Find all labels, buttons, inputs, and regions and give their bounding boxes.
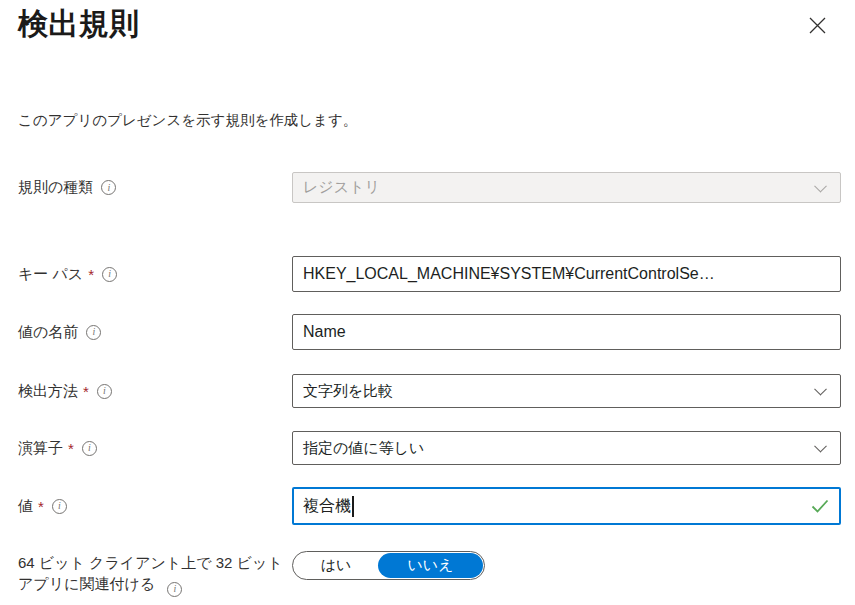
panel-description: このアプリのプレゼンスを示す規則を作成します。 — [18, 111, 357, 130]
operator-label-text: 演算子 — [18, 439, 63, 458]
value-info-icon[interactable]: i — [52, 499, 67, 514]
field-row-operator: 演算子 * i 指定の値に等しい — [18, 431, 841, 465]
key-path-input[interactable] — [292, 256, 841, 292]
value-name-label: 値の名前 i — [18, 323, 292, 342]
operator-info-icon[interactable]: i — [82, 441, 97, 456]
field-row-key-path: キー パス * i — [18, 256, 841, 292]
operator-select[interactable]: 指定の値に等しい — [292, 431, 841, 465]
required-marker: * — [88, 266, 94, 283]
rule-type-select: レジストリ — [292, 172, 841, 203]
toggle-option-yes[interactable]: はい — [293, 556, 379, 575]
required-marker: * — [68, 440, 74, 457]
value-input-text: 複合機 — [303, 496, 351, 517]
required-marker: * — [38, 498, 44, 515]
field-row-64bit-toggle: 64 ビット クライアント上で 32 ビット アプリに関連付ける i はい いい… — [18, 551, 841, 594]
value-label-text: 値 — [18, 497, 33, 516]
value-name-label-text: 値の名前 — [18, 323, 78, 342]
toggle-option-no[interactable]: いいえ — [378, 553, 483, 578]
valid-check-icon — [811, 499, 829, 513]
field-row-value-name: 値の名前 i — [18, 314, 841, 350]
detection-method-select[interactable]: 文字列を比較 — [292, 374, 841, 408]
page-title: 検出規則 — [18, 4, 140, 45]
key-path-label: キー パス * i — [18, 265, 292, 284]
field-row-rule-type: 規則の種類 i レジストリ — [18, 172, 841, 203]
key-path-info-icon[interactable]: i — [102, 267, 117, 282]
field-row-detection-method: 検出方法 * i 文字列を比較 — [18, 374, 841, 408]
rule-type-label-text: 規則の種類 — [18, 178, 93, 197]
64bit-toggle[interactable]: はい いいえ — [292, 551, 485, 580]
rule-type-info-icon[interactable]: i — [101, 180, 116, 195]
value-input[interactable]: 複合機 — [292, 487, 841, 525]
chevron-down-icon — [814, 179, 827, 192]
value-name-input[interactable] — [292, 314, 841, 350]
detection-method-info-icon[interactable]: i — [97, 384, 112, 399]
close-icon — [808, 16, 827, 35]
64bit-toggle-info-icon[interactable]: i — [167, 582, 182, 597]
close-button[interactable] — [802, 10, 832, 40]
value-label: 値 * i — [18, 497, 292, 516]
key-path-label-text: キー パス — [18, 265, 83, 284]
64bit-toggle-label: 64 ビット クライアント上で 32 ビット アプリに関連付ける i — [18, 551, 292, 594]
detection-method-value: 文字列を比較 — [303, 382, 393, 401]
chevron-down-icon — [814, 440, 827, 453]
required-marker: * — [83, 383, 89, 400]
operator-label: 演算子 * i — [18, 439, 292, 458]
value-name-info-icon[interactable]: i — [86, 325, 101, 340]
rule-type-value: レジストリ — [303, 178, 380, 197]
64bit-toggle-label-text: 64 ビット クライアント上で 32 ビット アプリに関連付ける — [18, 554, 283, 592]
rule-type-label: 規則の種類 i — [18, 178, 292, 197]
detection-method-label-text: 検出方法 — [18, 382, 78, 401]
operator-value: 指定の値に等しい — [303, 439, 424, 458]
text-cursor — [352, 496, 354, 517]
chevron-down-icon — [814, 383, 827, 396]
detection-method-label: 検出方法 * i — [18, 382, 292, 401]
field-row-value: 値 * i 複合機 — [18, 487, 841, 525]
